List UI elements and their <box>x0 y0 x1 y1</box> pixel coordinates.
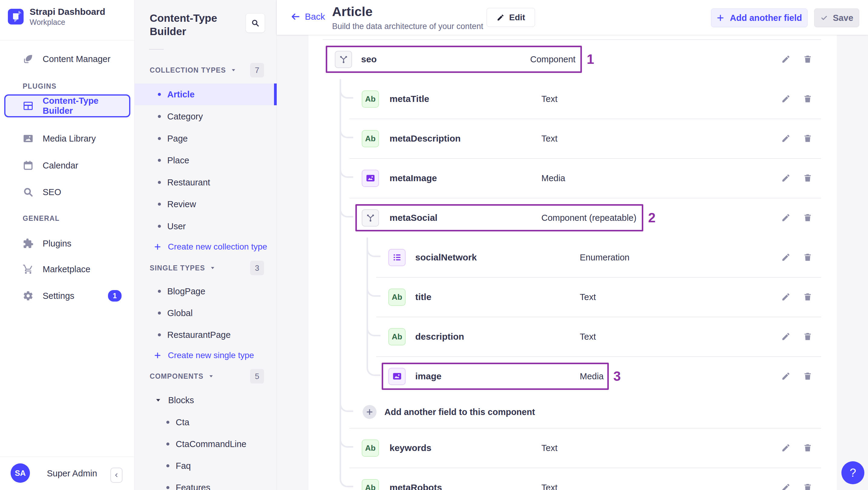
user-avatar[interactable]: SA <box>10 463 30 483</box>
delete-field-button[interactable] <box>801 481 814 490</box>
delete-field-button[interactable] <box>801 132 814 145</box>
delete-field-button[interactable] <box>801 330 814 343</box>
nav-item-seo[interactable]: SEO <box>0 181 134 203</box>
create-new-single-type-link[interactable]: Create new single type <box>134 346 277 365</box>
nav-section-general: GENERAL <box>23 214 60 223</box>
field-name: socialNetwork <box>415 252 477 263</box>
component-icon <box>339 55 348 64</box>
text-field-icon: Ab <box>362 90 379 108</box>
collapse-sidebar-button[interactable] <box>111 468 123 483</box>
edit-field-button[interactable] <box>779 251 793 264</box>
field-type: Enumeration <box>580 252 629 262</box>
sidebar-item-ctacommandline[interactable]: CtaCommandLine <box>134 433 277 455</box>
component-icon <box>366 213 375 223</box>
delete-field-button[interactable] <box>801 53 814 66</box>
delete-field-button[interactable] <box>801 370 814 383</box>
bullet-icon <box>158 115 161 118</box>
delete-field-button[interactable] <box>801 92 814 105</box>
user-name: Super Admin <box>47 468 97 479</box>
sidebar-item-features[interactable]: Features <box>134 477 277 490</box>
sidebar-item-user[interactable]: User <box>134 215 277 237</box>
edit-button[interactable]: Edit <box>487 8 535 27</box>
bullet-icon <box>158 137 161 140</box>
sidebar-item-restaurantpage[interactable]: RestaurantPage <box>134 324 277 346</box>
delete-field-button[interactable] <box>801 441 814 455</box>
add-field-to-component-label[interactable]: Add another field to this component <box>384 407 535 417</box>
pencil-icon <box>781 371 790 381</box>
pencil-icon <box>781 134 790 143</box>
edit-field-button[interactable] <box>779 370 793 383</box>
field-name: keywords <box>390 443 431 453</box>
save-button[interactable]: Save <box>814 8 859 27</box>
text-field-icon: Ab <box>362 439 379 457</box>
help-button[interactable]: ? <box>841 461 864 484</box>
edit-field-button[interactable] <box>779 481 793 490</box>
back-link[interactable]: Back <box>290 11 325 22</box>
field-name: metaTitle <box>390 94 429 104</box>
nav-item-marketplace[interactable]: Marketplace <box>0 258 134 280</box>
trash-icon <box>803 173 812 183</box>
section-header-single-types[interactable]: SINGLE TYPES <box>150 261 215 275</box>
plus-circle-icon[interactable] <box>363 405 376 419</box>
delete-field-button[interactable] <box>801 251 814 264</box>
nav-item-label: SEO <box>43 187 61 197</box>
nav-item-media-library[interactable]: Media Library <box>0 128 134 149</box>
trash-icon <box>803 55 812 64</box>
workspace-brand[interactable]: Strapi Dashboard Workplace <box>8 7 105 27</box>
field-type: Media <box>541 173 565 183</box>
nav-item-content-manager[interactable]: Content Manager <box>0 48 134 70</box>
check-icon <box>820 14 828 22</box>
trash-icon <box>803 213 812 222</box>
nav-item-settings[interactable]: Settings 1 <box>0 285 134 307</box>
delete-field-button[interactable] <box>801 172 814 185</box>
edit-field-button[interactable] <box>779 92 793 105</box>
pencil-icon <box>781 173 790 183</box>
create-new-collection-type-link[interactable]: Create new collection type <box>134 237 277 256</box>
component-group-blocks[interactable]: Blocks <box>134 391 277 410</box>
plus-icon <box>366 408 373 416</box>
sidebar-item-restaurant[interactable]: Restaurant <box>134 172 277 193</box>
sidebar-item-page[interactable]: Page <box>134 128 277 149</box>
delete-field-button[interactable] <box>801 290 814 304</box>
chevron-down-icon <box>210 265 215 271</box>
nav-item-plugins[interactable]: Plugins <box>0 233 134 254</box>
edit-field-button[interactable] <box>779 172 793 185</box>
fields-table: seoComponentAbmetaTitleTextAbmetaDescrip… <box>309 35 837 490</box>
bullet-icon <box>158 203 161 206</box>
plus-icon <box>154 352 161 359</box>
section-header-collection-types[interactable]: COLLECTION TYPES <box>150 63 236 78</box>
section-header-components[interactable]: COMPONENTS <box>150 369 214 384</box>
bullet-icon <box>158 93 161 96</box>
sidebar-item-blogpage[interactable]: BlogPage <box>134 280 277 302</box>
edit-field-button[interactable] <box>779 290 793 304</box>
nav-item-calendar[interactable]: Calendar <box>0 155 134 176</box>
edit-field-button[interactable] <box>779 132 793 145</box>
pencil-icon <box>781 94 790 103</box>
pencil-icon <box>781 55 790 64</box>
nav-item-content-type-builder[interactable]: Content-Type Builder <box>4 94 130 117</box>
plus-icon <box>716 14 724 22</box>
sidebar-item-global[interactable]: Global <box>134 302 277 324</box>
cart-icon <box>23 264 34 275</box>
divider <box>0 457 134 457</box>
annotation-number-1: 1 <box>587 52 594 67</box>
sidebar-item-cta[interactable]: Cta <box>134 411 277 433</box>
edit-field-button[interactable] <box>779 211 793 224</box>
sidebar-item-place[interactable]: Place <box>134 149 277 171</box>
arrow-left-icon <box>290 11 301 22</box>
search-icon <box>23 187 34 197</box>
edit-field-button[interactable] <box>779 53 793 66</box>
add-another-field-button[interactable]: Add another field <box>711 8 807 27</box>
sidebar-item-category[interactable]: Category <box>134 105 277 127</box>
sidebar-title: Content-Type Builder <box>150 11 241 38</box>
field-name: image <box>415 371 441 381</box>
bullet-icon <box>158 225 161 228</box>
search-button[interactable] <box>246 13 265 33</box>
sidebar-item-review[interactable]: Review <box>134 193 277 215</box>
component-icon <box>362 209 379 226</box>
delete-field-button[interactable] <box>801 211 814 224</box>
edit-field-button[interactable] <box>779 441 793 455</box>
sidebar-item-article[interactable]: Article <box>134 84 277 105</box>
edit-field-button[interactable] <box>779 330 793 343</box>
sidebar-item-faq[interactable]: Faq <box>134 455 277 477</box>
